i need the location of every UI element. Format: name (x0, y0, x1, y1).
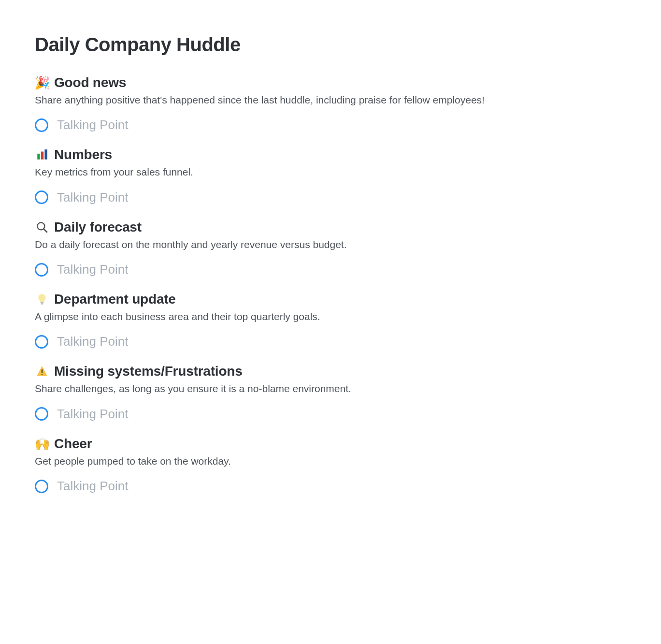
talking-point-placeholder: Talking Point (57, 190, 128, 205)
svg-rect-2 (44, 150, 47, 160)
talking-point-placeholder: Talking Point (57, 479, 128, 494)
warning-icon (35, 364, 49, 379)
section-missing-systems: Missing systems/Frustrations Share chall… (35, 364, 626, 421)
svg-rect-0 (37, 154, 40, 160)
svg-rect-6 (41, 304, 43, 305)
section-header: Numbers (35, 147, 626, 162)
section-description: Share challenges, as long as you ensure … (35, 382, 626, 395)
bar-chart-icon (35, 147, 49, 162)
party-popper-icon: 🎉 (35, 75, 49, 90)
section-title: Good news (54, 75, 126, 90)
section-description: Do a daily forecast on the monthly and y… (35, 238, 626, 251)
svg-rect-1 (41, 152, 43, 160)
talking-point-row[interactable]: Talking Point (35, 334, 626, 349)
talking-point-placeholder: Talking Point (57, 407, 128, 422)
raising-hands-icon: 🙌 (35, 437, 49, 451)
talking-point-radio[interactable] (35, 480, 48, 493)
talking-point-placeholder: Talking Point (57, 262, 128, 277)
section-title: Daily forecast (54, 220, 142, 235)
section-description: Share anything positive that's happened … (35, 93, 626, 107)
section-title: Cheer (54, 436, 92, 452)
section-title: Department update (54, 292, 176, 307)
section-good-news: 🎉 Good news Share anything positive that… (35, 75, 626, 132)
talking-point-radio[interactable] (35, 118, 48, 132)
talking-point-placeholder: Talking Point (57, 117, 128, 132)
talking-point-row[interactable]: Talking Point (35, 407, 626, 422)
section-department-update: Department update A glimpse into each bu… (35, 292, 626, 349)
lightbulb-icon (35, 292, 49, 307)
section-header: 🙌 Cheer (35, 436, 626, 452)
section-header: Daily forecast (35, 220, 626, 235)
section-title: Numbers (54, 147, 112, 162)
section-description: Key metrics from your sales funnel. (35, 165, 626, 179)
talking-point-radio[interactable] (35, 190, 48, 204)
svg-line-4 (43, 229, 47, 233)
svg-rect-8 (42, 374, 43, 375)
svg-rect-5 (41, 302, 44, 303)
talking-point-placeholder: Talking Point (57, 334, 128, 349)
talking-point-row[interactable]: Talking Point (35, 190, 626, 205)
svg-rect-7 (42, 369, 43, 373)
section-header: Department update (35, 292, 626, 307)
section-daily-forecast: Daily forecast Do a daily forecast on th… (35, 220, 626, 277)
section-description: A glimpse into each business area and th… (35, 310, 626, 323)
section-header: Missing systems/Frustrations (35, 364, 626, 379)
section-description: Get people pumped to take on the workday… (35, 454, 626, 468)
section-header: 🎉 Good news (35, 75, 626, 90)
page-title: Daily Company Huddle (35, 34, 626, 56)
talking-point-row[interactable]: Talking Point (35, 262, 626, 277)
talking-point-radio[interactable] (35, 407, 48, 421)
magnifier-icon (35, 220, 49, 234)
section-title: Missing systems/Frustrations (54, 364, 243, 379)
talking-point-radio[interactable] (35, 335, 48, 349)
talking-point-row[interactable]: Talking Point (35, 479, 626, 494)
talking-point-row[interactable]: Talking Point (35, 117, 626, 132)
svg-point-3 (37, 222, 44, 230)
talking-point-radio[interactable] (35, 263, 48, 277)
section-numbers: Numbers Key metrics from your sales funn… (35, 147, 626, 205)
section-cheer: 🙌 Cheer Get people pumped to take on the… (35, 436, 626, 494)
